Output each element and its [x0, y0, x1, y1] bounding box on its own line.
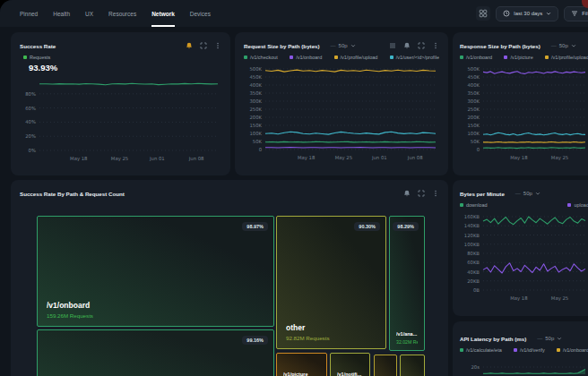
tab-pinned[interactable]: Pinned [20, 0, 38, 27]
svg-text:400K: 400K [249, 82, 262, 88]
svg-text:Jun 01: Jun 01 [149, 156, 165, 162]
response-size-chart: 050K100K150K200K250K300K350K400K450K500K… [460, 64, 588, 161]
dash-glyph: — [551, 43, 557, 48]
chart-legend: /v1/calculate/eta/v1/id/verify/v1/onboar… [460, 346, 588, 354]
legend-label: /v1/user/<id>/profile [396, 55, 439, 60]
kebab-menu-icon[interactable] [432, 42, 439, 49]
date-range-button[interactable]: last 30 days [496, 6, 558, 21]
svg-text:450K: 450K [467, 74, 480, 80]
success-rate-badge: 90.30% [354, 222, 380, 231]
legend-label: /v1/picture [510, 55, 532, 60]
legend-item[interactable]: Requests [23, 54, 50, 61]
treemap-box[interactable] [400, 355, 425, 376]
dash-glyph: — [515, 191, 521, 196]
legend-item[interactable]: /v1/calculate/eta [460, 346, 502, 354]
expand-icon[interactable] [200, 42, 207, 49]
grid-layout-button[interactable] [476, 6, 490, 21]
legend-dot [334, 56, 338, 59]
legend-label: /v1/onboard [563, 347, 588, 353]
svg-text:50K: 50K [471, 139, 480, 144]
legend-label: /v1/onboard [296, 55, 322, 60]
percentile-dropdown[interactable]: —50p [331, 43, 356, 49]
legend-item[interactable]: download [460, 201, 488, 209]
chevron-down-icon [350, 43, 356, 49]
legend-dot [557, 348, 560, 352]
svg-text:May 18: May 18 [70, 156, 88, 162]
legend-item[interactable]: /v1/profile/upload [545, 54, 588, 61]
bytes-per-minute-chart: 0B20KB40KB60KB80KB100KB120KB140KB160KBMa… [460, 212, 588, 302]
dashboard: PinnedHealthUXResourcesNetworkDevices la… [0, 0, 588, 376]
bell-icon[interactable] [403, 190, 411, 197]
legend-dot [460, 348, 463, 352]
percentile-dropdown[interactable]: —50p [551, 43, 576, 49]
card-header: Success Rate [20, 41, 221, 50]
svg-text:100K: 100K [467, 131, 480, 136]
bell-icon[interactable] [186, 42, 193, 49]
expand-icon[interactable] [418, 42, 425, 49]
svg-text:May 25: May 25 [551, 295, 568, 302]
top-nav: PinnedHealthUXResourcesNetworkDevices la… [0, 0, 588, 27]
kebab-menu-icon[interactable] [432, 190, 439, 197]
legend-dot [504, 56, 507, 59]
card-header: Response Size by Path (bytes) —50p [460, 41, 588, 50]
grid-icon [479, 5, 488, 21]
legend-item[interactable]: /v1/onboard [290, 54, 322, 61]
treemap-path-label: /v1/onboard [47, 301, 264, 310]
bell-icon[interactable] [403, 42, 411, 49]
percentile-dropdown[interactable]: —50p [537, 336, 562, 342]
svg-text:20s: 20s [471, 364, 480, 370]
svg-text:20KB: 20KB [467, 278, 480, 284]
legend-dot [460, 203, 463, 207]
nav-tabs: PinnedHealthUXResourcesNetworkDevices [20, 0, 211, 27]
legend-label: /v1/onboard [466, 55, 492, 60]
legend-item[interactable]: /v1/id/verify [514, 346, 545, 354]
legend-item[interactable]: upload [567, 201, 588, 209]
card-header: Request Size by Path (bytes) —50p [244, 41, 439, 50]
treemap-box[interactable]: /v1/notifi... [330, 353, 370, 376]
legend-dot [545, 56, 549, 59]
success-rate-badge: 98.29% [393, 222, 419, 231]
table-view-icon[interactable] [389, 42, 396, 49]
svg-text:250K: 250K [467, 107, 480, 112]
tab-resources[interactable]: Resources [108, 0, 136, 27]
kebab-menu-icon[interactable] [214, 42, 221, 49]
tab-network[interactable]: Network [151, 0, 175, 27]
card-title: Success Rate By Path & Request Count [20, 191, 125, 197]
dash-glyph: — [537, 336, 542, 341]
treemap-box[interactable]: 99.16% [37, 329, 274, 376]
card-header: Bytes per Minute —50p [460, 189, 588, 198]
legend-item[interactable]: /v1/checkout [244, 54, 278, 61]
svg-text:0%: 0% [29, 148, 36, 153]
card-header: API Latency by Path (ms) —50p [460, 334, 588, 343]
tab-devices[interactable]: Devices [190, 0, 211, 27]
legend-dot [567, 203, 571, 207]
treemap-box[interactable]: 90.30%other92.82M Requests [276, 216, 386, 349]
legend-item[interactable]: /v1/onboard [557, 346, 588, 354]
chart-legend: /v1/onboard/v1/picture/v1/profile/upload [460, 54, 588, 61]
card-title: Response Size by Path (bytes) [460, 43, 540, 49]
chart-legend: Requests [23, 54, 221, 61]
legend-dot [460, 56, 463, 59]
treemap-box[interactable]: 98.29%/v1/ana...32.02M Re... [389, 216, 425, 351]
legend-dot [290, 56, 293, 59]
card-header: Success Rate By Path & Request Count [20, 189, 439, 198]
app-background: PinnedHealthUXResourcesNetworkDevices la… [0, 0, 588, 376]
svg-text:50K: 50K [253, 139, 263, 144]
treemap-box[interactable]: 98.97%/v1/onboard159.26M Requests [37, 216, 274, 327]
success-rate-badge: 99.16% [242, 336, 268, 345]
legend-item[interactable]: /v1/onboard [460, 54, 492, 61]
svg-text:100KB: 100KB [464, 242, 480, 247]
card-header-icons [186, 42, 221, 49]
legend-item[interactable]: /v1/profile/upload [334, 54, 378, 61]
percentile-dropdown[interactable]: —50p [515, 191, 540, 197]
tab-health[interactable]: Health [53, 0, 70, 27]
expand-icon[interactable] [418, 190, 425, 197]
legend-item[interactable]: /v1/user/<id>/profile [390, 54, 439, 61]
treemap-box[interactable] [374, 355, 397, 376]
legend-item[interactable]: /v1/picture [504, 54, 532, 61]
svg-text:160KB: 160KB [464, 214, 480, 219]
treemap-box[interactable]: /v1/picture [276, 353, 327, 376]
svg-text:250K: 250K [249, 107, 262, 112]
filter-button[interactable]: Filter/Co [564, 6, 588, 21]
tab-ux[interactable]: UX [85, 0, 93, 27]
